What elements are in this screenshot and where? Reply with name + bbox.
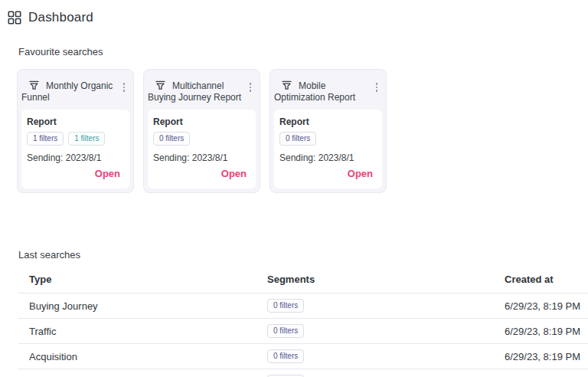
favourite-cards-row: Monthly Organic Funnel Report 1 filters …: [17, 69, 588, 193]
table-row[interactable]: Buying Journey 0 filters 6/29/23, 8:19 P…: [18, 293, 588, 319]
favourite-search-card[interactable]: Mobile Optimization Report Report 0 filt…: [270, 69, 387, 193]
column-header-type: Type: [18, 268, 267, 293]
open-button[interactable]: Open: [348, 168, 373, 179]
table-row[interactable]: Traffic 0 filters 6/29/23, 8:19 PM: [18, 319, 588, 344]
card-type-label: Report: [153, 116, 250, 127]
filters-badge: 1 filters: [27, 132, 64, 146]
card-body: Report 1 filters 1 filters Sending: 2023…: [21, 110, 129, 188]
favourite-searches-heading: Favourite searches: [18, 46, 588, 57]
card-body: Report 0 filters Sending: 2023/8/1 Open: [148, 110, 256, 188]
card-title: Multichannel Buying Journey Report: [148, 80, 245, 103]
card-body: Report 0 filters Sending: 2023/8/1 Open: [274, 110, 382, 188]
kebab-menu-icon[interactable]: [119, 80, 129, 94]
open-row: Open: [279, 163, 376, 182]
cell-created-at: 6/29/23, 8:19 PM: [505, 344, 588, 369]
card-header: Multichannel Buying Journey Report: [148, 74, 256, 110]
card-header: Monthly Organic Funnel: [21, 74, 129, 110]
cell-created-at: 6/29/23, 8:19 PM: [505, 293, 588, 319]
filters-badge: 0 filters: [279, 132, 316, 146]
column-header-created-at: Created at: [505, 268, 588, 293]
funnel-icon: [281, 80, 292, 91]
card-title: Monthly Organic Funnel: [21, 80, 119, 103]
badge-row: 0 filters: [153, 132, 250, 146]
grid-icon: [8, 11, 21, 25]
last-searches-table: Type Segments Created at Buying Journey …: [18, 268, 588, 377]
table-row[interactable]: Acquisition 0 filters 6/29/23, 8:19 PM: [18, 344, 588, 369]
funnel-icon: [28, 80, 40, 91]
card-title: Mobile Optimization Report: [274, 80, 371, 103]
card-type-label: Report: [279, 116, 376, 127]
cell-type: Buying Journey: [18, 369, 267, 377]
last-searches-heading: Last searches: [18, 249, 588, 261]
card-header: Mobile Optimization Report: [274, 74, 382, 110]
table-row[interactable]: Buying Journey 0 filters 6/29/23, 8:33 P…: [18, 369, 588, 377]
cell-created-at: 6/29/23, 8:19 PM: [505, 319, 588, 344]
badge-row: 1 filters 1 filters: [27, 132, 123, 146]
sending-label: Sending: 2023/8/1: [279, 152, 376, 163]
kebab-menu-icon[interactable]: [371, 80, 382, 94]
cell-type: Buying Journey: [18, 293, 267, 319]
sending-label: Sending: 2023/8/1: [153, 152, 250, 163]
column-header-segments: Segments: [267, 268, 505, 293]
badge-row: 0 filters: [279, 132, 376, 146]
table-header-row: Type Segments Created at: [18, 268, 588, 293]
filters-badge: 0 filters: [267, 349, 304, 363]
open-row: Open: [153, 163, 250, 182]
open-row: Open: [27, 163, 123, 182]
cell-created-at: 6/29/23, 8:33 PM: [505, 369, 588, 377]
cell-type: Traffic: [18, 319, 267, 344]
card-type-label: Report: [27, 116, 123, 127]
open-button[interactable]: Open: [95, 168, 120, 179]
cell-type: Acquisition: [18, 344, 267, 369]
filters-badge: 0 filters: [153, 132, 190, 146]
filters-badge: 0 filters: [267, 324, 304, 338]
filters-badge: 1 filters: [68, 132, 105, 146]
sending-label: Sending: 2023/8/1: [27, 152, 123, 163]
open-button[interactable]: Open: [221, 168, 247, 179]
page-title: Dashboard: [28, 10, 93, 25]
filters-badge: 0 filters: [267, 299, 304, 313]
kebab-menu-icon[interactable]: [245, 80, 256, 94]
favourite-search-card[interactable]: Monthly Organic Funnel Report 1 filters …: [17, 69, 134, 193]
favourite-search-card[interactable]: Multichannel Buying Journey Report Repor…: [143, 69, 260, 193]
app-header: Dashboard: [0, 0, 588, 25]
funnel-icon: [155, 80, 166, 91]
